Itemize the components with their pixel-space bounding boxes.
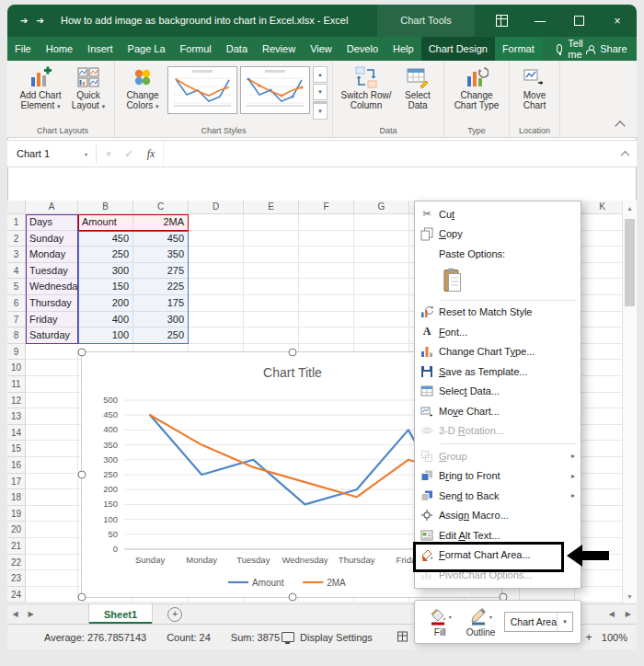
menu-item-send-to-back[interactable]: Send to Back▸ bbox=[415, 486, 581, 506]
name-box[interactable]: Chart 1 ▾ bbox=[7, 141, 94, 166]
scroll-up-icon[interactable]: ▲ bbox=[623, 201, 637, 215]
cell-a11[interactable] bbox=[26, 376, 78, 393]
cell-g3[interactable] bbox=[354, 247, 409, 263]
menu-item-move-chart[interactable]: Move Chart... bbox=[415, 401, 581, 421]
sheet-tab-sheet1[interactable]: Sheet1 bbox=[88, 604, 153, 624]
tab-chart-design[interactable]: Chart Design bbox=[421, 37, 495, 61]
cell-a22[interactable] bbox=[26, 555, 78, 571]
cell-g6[interactable] bbox=[354, 295, 409, 312]
menu-item-reset-to-match-style[interactable]: Reset to Match Style bbox=[415, 303, 581, 323]
tab-page-la[interactable]: Page La bbox=[121, 37, 173, 61]
chart-selection-handle[interactable] bbox=[78, 593, 86, 602]
ribbon-button-change-chart-type[interactable]: ChangeChart Type bbox=[449, 63, 504, 110]
menu-item-font[interactable]: AFont... bbox=[415, 322, 581, 342]
tab-formul[interactable]: Formul bbox=[173, 37, 219, 61]
cell-b8[interactable]: 100 bbox=[78, 327, 133, 344]
close-button[interactable]: × bbox=[598, 5, 637, 37]
row-header-24[interactable]: 24 bbox=[7, 587, 26, 603]
cell-a9[interactable] bbox=[26, 344, 78, 361]
row-header-19[interactable]: 19 bbox=[7, 506, 26, 522]
vertical-scrollbar-thumb[interactable] bbox=[625, 219, 635, 306]
cell-c8[interactable]: 250 bbox=[133, 327, 189, 344]
row-header-17[interactable]: 17 bbox=[7, 474, 26, 490]
tab-develo[interactable]: Develo bbox=[339, 37, 385, 61]
cell-a4[interactable]: Tuesday bbox=[26, 263, 78, 280]
cell-d5[interactable] bbox=[189, 279, 244, 295]
cell-a14[interactable] bbox=[26, 425, 78, 442]
cell-e8[interactable] bbox=[244, 327, 299, 344]
cell-g2[interactable] bbox=[354, 231, 409, 247]
share-button[interactable]: Share bbox=[586, 37, 627, 61]
tab-view[interactable]: View bbox=[303, 37, 339, 61]
cell-b1[interactable]: Amount bbox=[78, 214, 133, 231]
tell-me-button[interactable]: Tell me bbox=[557, 37, 587, 61]
cell-a21[interactable] bbox=[26, 538, 78, 555]
cell-f4[interactable] bbox=[299, 263, 354, 280]
chart-style-preview-2[interactable] bbox=[240, 66, 310, 114]
cell-e2[interactable] bbox=[244, 231, 299, 247]
column-header-f[interactable]: F bbox=[299, 201, 354, 214]
cell-b3[interactable]: 250 bbox=[78, 247, 133, 263]
tab-help[interactable]: Help bbox=[385, 37, 421, 61]
cell-d6[interactable] bbox=[189, 295, 244, 312]
row-header-14[interactable]: 14 bbox=[7, 425, 26, 442]
cell-c2[interactable]: 450 bbox=[133, 231, 189, 247]
menu-item-assign-macro[interactable]: Assign Macro... bbox=[415, 506, 581, 526]
column-header-d[interactable]: D bbox=[189, 201, 244, 214]
cancel-icon[interactable]: × bbox=[98, 148, 119, 159]
tab-data[interactable]: Data bbox=[219, 37, 255, 61]
hscroll-left-icon[interactable]: ◀ bbox=[609, 610, 615, 618]
cell-b7[interactable]: 400 bbox=[78, 312, 133, 328]
chart-style-preview-1[interactable] bbox=[167, 66, 237, 114]
ribbon-button-change-colors[interactable]: ChangeColors ▾ bbox=[120, 63, 166, 111]
ribbon-display-options-button[interactable] bbox=[482, 5, 521, 37]
ribbon-button-select-data[interactable]: SelectData bbox=[397, 63, 439, 110]
minimize-button[interactable]: — bbox=[521, 5, 559, 37]
normal-view-button[interactable] bbox=[397, 631, 408, 643]
maximize-button[interactable] bbox=[559, 5, 598, 37]
cell-a15[interactable] bbox=[26, 441, 78, 457]
cell-a17[interactable] bbox=[26, 474, 78, 490]
tab-file[interactable]: File bbox=[7, 37, 39, 61]
row-header-12[interactable]: 12 bbox=[7, 393, 26, 409]
column-header-g[interactable]: G bbox=[354, 201, 409, 214]
column-header-c[interactable]: C bbox=[133, 201, 189, 214]
cell-a2[interactable]: Sunday bbox=[26, 231, 78, 247]
cell-g1[interactable] bbox=[354, 214, 409, 231]
fill-dropdown-icon[interactable]: ▾ bbox=[449, 614, 452, 620]
cell-f5[interactable] bbox=[299, 279, 354, 295]
ribbon-button-add-chart-element[interactable]: Add ChartElement ▾ bbox=[16, 63, 65, 111]
sheet-nav-left-icon[interactable]: ◀ bbox=[7, 610, 23, 618]
row-header-6[interactable]: 6 bbox=[7, 295, 26, 312]
chart-selection-handle[interactable] bbox=[289, 349, 297, 357]
horizontal-scrollbar[interactable]: ◀ ▶ bbox=[609, 610, 631, 618]
name-box-dropdown-icon[interactable]: ▾ bbox=[85, 151, 87, 157]
menu-item-copy[interactable]: Copy bbox=[415, 224, 581, 245]
cell-a6[interactable]: Thursday bbox=[26, 295, 78, 312]
row-header-18[interactable]: 18 bbox=[7, 489, 26, 506]
menu-item-paste-options[interactable]: Paste Options: bbox=[415, 244, 581, 264]
cell-g7[interactable] bbox=[354, 312, 409, 328]
zoom-level[interactable]: 100% bbox=[602, 632, 627, 643]
row-header-9[interactable]: 9 bbox=[7, 344, 26, 361]
cell-f8[interactable] bbox=[299, 327, 354, 344]
menu-item-select-data[interactable]: Select Data... bbox=[415, 382, 581, 402]
row-header-8[interactable]: 8 bbox=[7, 327, 26, 344]
paste-option-button[interactable] bbox=[415, 264, 581, 297]
column-header-e[interactable]: E bbox=[244, 201, 299, 214]
gallery-more-icon[interactable]: ▼ bbox=[313, 101, 328, 120]
gallery-up-icon[interactable]: ▲ bbox=[313, 66, 328, 83]
vertical-scrollbar[interactable]: ▲ ▼ bbox=[622, 201, 637, 603]
cell-c6[interactable]: 175 bbox=[133, 295, 189, 312]
row-header-4[interactable]: 4 bbox=[7, 263, 26, 280]
cell-e6[interactable] bbox=[244, 295, 299, 312]
cell-c3[interactable]: 350 bbox=[133, 247, 189, 263]
tab-home[interactable]: Home bbox=[39, 37, 80, 61]
cell-a10[interactable] bbox=[26, 360, 78, 376]
cell-b6[interactable]: 200 bbox=[78, 295, 133, 312]
cell-e3[interactable] bbox=[244, 247, 299, 263]
outline-dropdown-icon[interactable]: ▾ bbox=[489, 614, 492, 620]
cell-e1[interactable] bbox=[244, 214, 299, 231]
insert-function-icon[interactable]: fx bbox=[139, 147, 163, 161]
new-sheet-button[interactable]: + bbox=[167, 607, 182, 622]
